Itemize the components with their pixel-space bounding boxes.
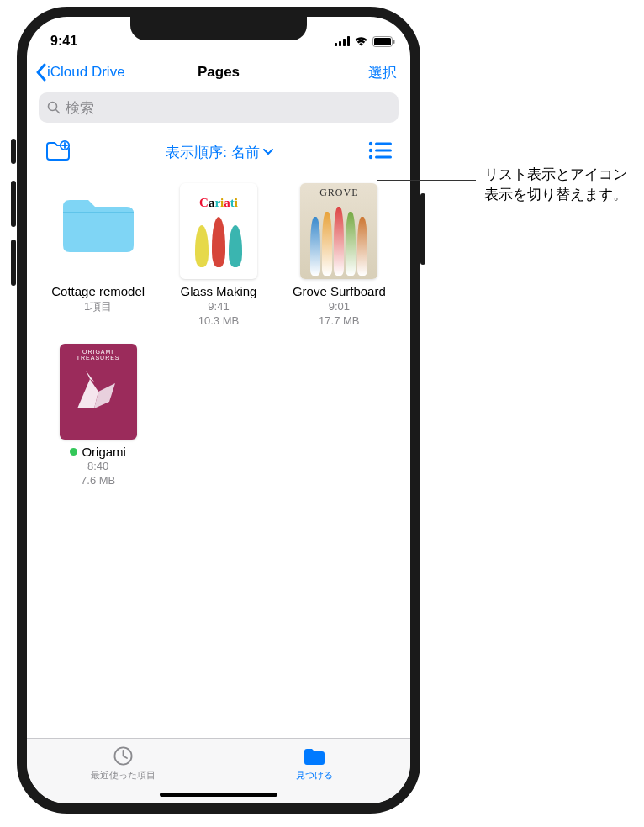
- list-view-icon: [368, 141, 392, 160]
- item-size: 10.3 MB: [198, 314, 239, 329]
- file-grid: Cottage remodel 1項目 Cariati Glass Making…: [27, 175, 410, 497]
- svg-rect-0: [335, 43, 337, 46]
- svg-rect-6: [393, 40, 395, 44]
- svg-rect-5: [374, 38, 391, 45]
- item-name: Origami: [82, 445, 126, 461]
- document-thumbnail: ORIGAMITREASURES: [60, 344, 137, 440]
- svg-rect-2: [343, 39, 346, 46]
- new-folder-icon: [45, 140, 71, 161]
- svg-point-13: [369, 142, 372, 145]
- item-meta: 1項目: [84, 300, 112, 314]
- select-button[interactable]: 選択: [368, 63, 402, 82]
- folder-icon: [302, 745, 327, 767]
- new-folder-button[interactable]: [45, 140, 71, 165]
- search-icon: [47, 101, 61, 114]
- search-placeholder: 検索: [66, 98, 94, 118]
- chevron-down-icon: [263, 149, 273, 155]
- item-name: Glass Making: [181, 284, 257, 300]
- search-input[interactable]: 検索: [39, 92, 399, 123]
- battery-icon: [372, 36, 395, 47]
- svg-line-8: [56, 110, 60, 113]
- status-dot-icon: [70, 448, 77, 456]
- clock-icon: [112, 745, 135, 767]
- callout-line: [377, 180, 476, 181]
- file-item-folder[interactable]: Cottage remodel 1項目: [40, 183, 156, 329]
- sort-button[interactable]: 表示順序: 名前: [166, 143, 272, 162]
- svg-rect-18: [375, 155, 392, 158]
- item-time: 9:01: [329, 300, 350, 314]
- item-size: 7.6 MB: [81, 474, 115, 488]
- nav-title: Pages: [198, 64, 240, 81]
- item-time: 9:41: [208, 300, 229, 314]
- svg-rect-1: [339, 41, 341, 46]
- status-time: 9:41: [50, 34, 77, 49]
- thumb-text: ORIGAMITREASURES: [77, 349, 120, 361]
- item-size: 17.7 MB: [319, 314, 359, 329]
- file-item[interactable]: ORIGAMITREASURES Origami 8:40 7.6 MB: [40, 344, 156, 489]
- svg-rect-16: [375, 149, 392, 151]
- file-item[interactable]: GROVE Grove Surfboard 9:01 17.7 MB: [282, 183, 397, 329]
- document-thumbnail: Cariati: [180, 183, 257, 279]
- toolbar: 表示順序: 名前: [27, 131, 410, 175]
- wifi-icon: [354, 36, 368, 46]
- svg-point-15: [369, 149, 372, 152]
- item-name: Cottage remodel: [51, 284, 145, 300]
- item-name: Grove Surfboard: [293, 284, 386, 300]
- thumb-text: GROVE: [319, 187, 358, 199]
- view-toggle-button[interactable]: [368, 141, 392, 163]
- cellular-icon: [335, 36, 350, 46]
- tab-label: 最近使った項目: [91, 769, 156, 782]
- document-thumbnail: GROVE: [300, 183, 377, 279]
- svg-point-17: [369, 155, 372, 159]
- svg-rect-3: [347, 36, 350, 46]
- chevron-left-icon: [35, 63, 47, 82]
- folder-icon: [60, 195, 137, 272]
- sort-label: 表示順序: 名前: [166, 143, 259, 162]
- phone-frame: 9:41 iCloud Drive Pages 選択 検索 表示順序: 名前: [17, 7, 420, 814]
- callout-text: リスト表示とアイコン表示を切り替えます。: [484, 165, 636, 205]
- notch: [130, 17, 307, 40]
- item-time: 8:40: [87, 460, 108, 474]
- home-indicator[interactable]: [160, 793, 277, 797]
- tab-label: 見つける: [296, 769, 333, 782]
- svg-rect-14: [375, 142, 392, 145]
- back-button[interactable]: iCloud Drive: [35, 63, 125, 82]
- file-item[interactable]: Cariati Glass Making 9:41 10.3 MB: [161, 183, 276, 329]
- status-indicators: [335, 36, 395, 47]
- back-label: iCloud Drive: [47, 64, 125, 81]
- nav-bar: iCloud Drive Pages 選択: [27, 54, 410, 91]
